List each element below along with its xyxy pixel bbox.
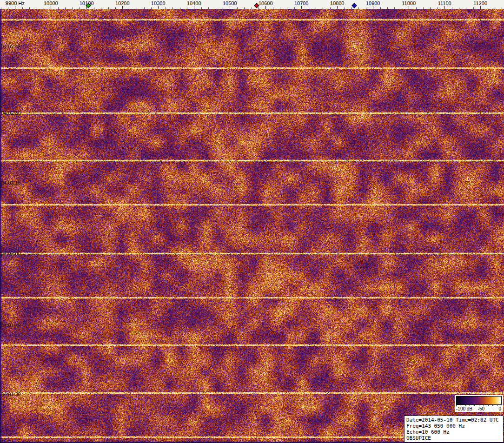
ruler-minor-tick (44, 7, 44, 9)
ruler-minor-tick (237, 7, 238, 9)
ruler-minor-tick (294, 7, 295, 9)
ruler-minor-tick (473, 7, 474, 9)
spectrogram-canvas[interactable] (0, 9, 504, 443)
ruler-minor-tick (358, 7, 359, 9)
info-echo: Echo=10 600 Hz (406, 429, 501, 435)
ruler-minor-tick (208, 7, 209, 9)
ruler-minor-tick (166, 7, 166, 9)
colorbar-tick (470, 405, 470, 406)
time-label-040200: 04:02:00 (1, 251, 21, 256)
colorbar-tick (488, 405, 489, 406)
ruler-minor-tick (380, 7, 381, 9)
ruler-minor-tick (8, 7, 8, 9)
ruler-minor-tick (180, 7, 180, 9)
freq-label-11000: 11000 (402, 0, 416, 6)
ruler-minor-tick (280, 7, 280, 9)
ruler-minor-tick (466, 7, 466, 9)
ruler-minor-tick (144, 7, 145, 9)
colorbar-tick (484, 405, 484, 406)
ruler-minor-tick (115, 7, 116, 9)
ruler-minor-tick (252, 7, 252, 9)
ruler-major-tick (337, 6, 338, 9)
ruler-minor-tick (330, 7, 331, 9)
colorbar-tick (465, 405, 466, 406)
colorbar-tick (502, 405, 502, 406)
info-date-time: Date=2014-05-10 Time=02:02 UTC (406, 417, 501, 423)
ruler-major-tick (373, 6, 373, 9)
info-frequency: Freq=143 050 000 Hz (406, 423, 501, 429)
freq-label-10800: 10800 (330, 0, 345, 6)
ruler-minor-tick (430, 7, 431, 9)
ruler-minor-tick (137, 7, 137, 9)
freq-label-11100: 11100 (438, 0, 451, 6)
colorbar-tick (492, 405, 493, 406)
ruler-minor-tick (387, 7, 388, 9)
ruler-major-tick (444, 6, 445, 9)
freq-label-10200: 10200 (115, 0, 130, 6)
time-label-040130: 04:01:30 (1, 391, 21, 397)
intensity-colorbar: -100 dB -50 0 (455, 395, 503, 412)
ruler-minor-tick (151, 7, 152, 9)
ruler-major-tick (51, 6, 51, 9)
ruler-minor-tick (345, 7, 345, 9)
colorbar-tick (461, 405, 461, 406)
freq-label-10600: 10600 (259, 0, 273, 6)
colorbar-gradient (456, 396, 502, 405)
ruler-minor-tick (37, 7, 37, 9)
ruler-major-tick (15, 6, 15, 9)
freq-label-10500: 10500 (223, 0, 237, 6)
ruler-minor-tick (259, 7, 259, 9)
ruler-minor-tick (223, 7, 223, 9)
freq-label-10700: 10700 (294, 0, 309, 6)
colorbar-tick (497, 405, 497, 406)
freq-label-10400: 10400 (187, 0, 201, 6)
freq-label-10000: 10000 (44, 0, 58, 6)
freq-label-10300: 10300 (151, 0, 166, 6)
ruler-minor-tick (80, 7, 80, 9)
ruler-minor-tick (366, 7, 366, 9)
ruler-minor-tick (452, 7, 452, 9)
colorbar-tick (474, 405, 475, 406)
spectrogram-area: 04:02:4504:02:3004:02:1504:02:0004:01:45… (0, 9, 504, 443)
ruler-minor-tick (216, 7, 216, 9)
ruler-major-tick (409, 6, 409, 9)
ruler-minor-tick (273, 7, 273, 9)
ruler-minor-tick (402, 7, 402, 9)
ruler-minor-tick (423, 7, 424, 9)
ruler-minor-tick (488, 7, 488, 9)
colorbar-label-min: -100 dB (456, 406, 472, 411)
ruler-minor-tick (108, 7, 109, 9)
ruler-major-tick (122, 6, 123, 9)
ruler-minor-tick (130, 7, 130, 9)
ruler-minor-tick (316, 7, 316, 9)
info-observer: OBSUPICE (406, 435, 501, 441)
ruler-minor-tick (187, 7, 187, 9)
ruler-minor-tick (29, 7, 30, 9)
ruler-minor-tick (287, 7, 287, 9)
ruler-major-tick (230, 6, 230, 9)
ruler-minor-tick (94, 7, 94, 9)
ruler-minor-tick (1, 7, 1, 9)
freq-label-9900: 9900 Hz (6, 0, 25, 6)
ruler-minor-tick (65, 7, 66, 9)
ruler-minor-tick (172, 7, 173, 9)
time-label-040145: 04:01:45 (1, 323, 21, 328)
time-label-040215: 04:02:15 (1, 180, 21, 185)
blue-diamond-marker[interactable] (352, 3, 357, 8)
ruler-minor-tick (502, 7, 502, 9)
ruler-minor-tick (201, 7, 202, 9)
ruler-minor-tick (244, 7, 245, 9)
ruler-minor-tick (459, 7, 459, 9)
ruler-minor-tick (323, 7, 323, 9)
ruler-minor-tick (495, 7, 495, 9)
frequency-ruler[interactable]: 9900 Hz100001010010200103001040010500106… (0, 0, 504, 9)
colorbar-labels: -100 dB -50 0 (456, 406, 502, 411)
ruler-minor-tick (58, 7, 59, 9)
ruler-major-tick (194, 6, 194, 9)
ruler-minor-tick (351, 7, 352, 9)
ruler-major-tick (158, 6, 159, 9)
colorbar-label-mid: -50 (478, 406, 484, 411)
ruler-minor-tick (22, 7, 23, 9)
ruler-minor-tick (438, 7, 438, 9)
colorbar-label-max: 0 (498, 406, 501, 411)
